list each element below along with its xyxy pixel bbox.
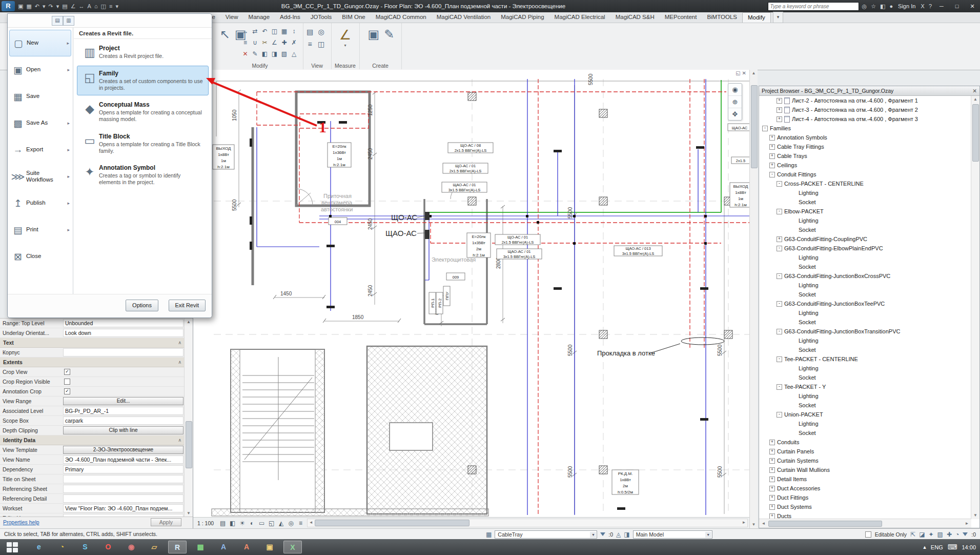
scroll-thumb[interactable] xyxy=(768,521,882,527)
browser-horizontal-scrollbar[interactable]: ◄ ► xyxy=(759,519,971,528)
expand-icon[interactable]: + xyxy=(769,458,775,464)
properties-section-extents[interactable]: Extents∧ xyxy=(0,358,185,367)
paint-icon[interactable]: ▧ xyxy=(279,48,289,60)
qat-undo-icon[interactable]: ↶ xyxy=(33,0,41,12)
apply-button[interactable]: Apply xyxy=(151,518,181,526)
scroll-thumb[interactable] xyxy=(751,85,758,168)
browser-item-lighting[interactable]: Lighting xyxy=(759,364,971,373)
properties-section-text[interactable]: Text∧ xyxy=(0,338,185,348)
qat-redo-dropdown-icon[interactable]: ▾ xyxy=(55,0,61,12)
communication-center-icon[interactable]: ◧ xyxy=(879,3,886,10)
array-icon[interactable]: ▦ xyxy=(279,26,289,37)
properties-scrollbar[interactable]: ▲ ▼ xyxy=(184,319,193,517)
flyout-item-project[interactable]: ▥ProjectCreates a Revit project file. xyxy=(77,41,209,64)
project-browser-close-icon[interactable]: ✕ xyxy=(972,88,977,95)
browser-item-cross-packet-centerline[interactable]: -Cross-PACKET - CENTERLINE xyxy=(759,179,971,188)
browser-item-lighting[interactable]: Lighting xyxy=(759,419,971,428)
view-templates-icon[interactable]: ▤ xyxy=(305,26,315,37)
expand-icon[interactable]: + xyxy=(769,144,775,150)
qat-customize-qat-icon[interactable]: ▾ xyxy=(114,0,120,12)
browser-item-lighting[interactable]: Lighting xyxy=(759,188,971,197)
exclusions-icon[interactable]: ◬ xyxy=(616,531,621,538)
clock[interactable]: 14:00 xyxy=(962,544,976,550)
browser-item-cable-trays[interactable]: +Cable Trays xyxy=(759,151,971,161)
thin-lines-ribbon-icon[interactable]: ≡ xyxy=(305,38,315,50)
steering-wheel-icon[interactable]: ◉ xyxy=(728,84,742,96)
property-value-button[interactable]: Edit... xyxy=(63,397,183,405)
design-option-select[interactable]: Main Model▼ xyxy=(633,530,712,539)
reveal-hidden-icon[interactable]: ◎ xyxy=(286,520,296,527)
design-options-status-icon[interactable]: ◨ xyxy=(624,531,629,538)
browser-item-conduits[interactable]: +Conduits xyxy=(759,438,971,447)
browser-item-g63-conduitfitting-junctionboxcrosspvc[interactable]: -G63-ConduitFitting-JunctionBoxCrossPVC xyxy=(759,271,971,281)
selection-filter-icon[interactable] xyxy=(963,532,968,536)
scroll-right-icon[interactable]: ► xyxy=(964,520,970,527)
browser-item-annotation-symbols[interactable]: +Annotation Symbols xyxy=(759,133,971,142)
navigation-bar[interactable]: ◉ ⊕ ✥ xyxy=(728,83,742,121)
expand-icon[interactable]: + xyxy=(769,504,775,510)
browser-item-tee-packet-centerline[interactable]: -Tee-PACKET - CENTERLINE xyxy=(759,354,971,364)
flyout-item-annotation-symbol[interactable]: ✦Annotation SymbolCreates a tag or symbo… xyxy=(77,160,209,190)
browser-item-lighting[interactable]: Lighting xyxy=(759,253,971,262)
taskbar-ie[interactable]: e xyxy=(30,541,48,553)
taskbar-a360[interactable]: A xyxy=(214,541,233,553)
expand-icon[interactable]: + xyxy=(777,98,782,104)
expand-icon[interactable]: + xyxy=(769,486,775,491)
mirror-icon[interactable]: ◫ xyxy=(270,26,279,37)
collapse-icon[interactable]: - xyxy=(762,126,768,131)
taskbar-media-player[interactable]: ◉ xyxy=(122,541,140,553)
join-geometry-icon[interactable]: ◨ xyxy=(270,48,279,60)
detail-level-icon[interactable]: ▤ xyxy=(218,520,228,527)
ribbon-tab-mepcontent[interactable]: MEPcontent xyxy=(660,12,702,23)
scroll-down-icon[interactable]: ▼ xyxy=(971,512,979,519)
scroll-down-icon[interactable]: ▼ xyxy=(750,521,758,528)
browser-item-socket[interactable]: Socket xyxy=(759,225,971,234)
qat-3d-view-icon[interactable]: ⌂ xyxy=(93,0,99,12)
canvas-vertical-scrollbar[interactable]: ▲ ▼ xyxy=(749,70,758,528)
menu-item-suite-workflows[interactable]: ⋙Suite Workflows▸ xyxy=(9,163,71,190)
browser-item-лист-3-автостоянка-на-отм-4-600-фрагмент-2[interactable]: +Лист-3 - Автостоянка на отм.-4.600 , Фр… xyxy=(759,105,971,114)
qat-print-icon[interactable]: ▤ xyxy=(60,0,69,12)
checkbox[interactable]: ✓ xyxy=(64,388,70,394)
property-value[interactable]: Primary xyxy=(63,465,183,473)
pan-icon[interactable]: ✥ xyxy=(728,108,742,120)
select-arrow-icon[interactable]: ↖ xyxy=(220,27,230,42)
cut-geometry-icon[interactable]: ◧ xyxy=(260,48,270,60)
collapse-icon[interactable]: - xyxy=(777,412,782,418)
scroll-right-icon[interactable]: ► xyxy=(741,519,747,526)
property-value[interactable]: ЭО -4.600_План подземной части - Элек... xyxy=(63,455,183,464)
expand-icon[interactable]: + xyxy=(769,477,775,482)
select-pinned-icon[interactable]: ✦ xyxy=(929,531,934,538)
browser-item-lighting[interactable]: Lighting xyxy=(759,281,971,290)
drag-on-selection-icon[interactable]: ✚ xyxy=(947,531,952,538)
move-icon[interactable]: ↔ xyxy=(240,26,250,37)
property-value[interactable] xyxy=(63,348,183,356)
flyout-item-conceptual-mass[interactable]: ◆Conceptual MassOpens a template for cre… xyxy=(77,97,209,127)
qat-save-icon[interactable]: ▦ xyxy=(25,0,33,12)
expand-icon[interactable]: + xyxy=(769,495,775,501)
property-value[interactable]: View "Floor Plan: ЭО -4.600_План подзем.… xyxy=(63,504,183,512)
ribbon-tab-bimtools[interactable]: BiMTOOLS xyxy=(702,12,742,23)
scroll-left-icon[interactable]: ◄ xyxy=(760,520,767,527)
menu-item-print[interactable]: ▤Print▸ xyxy=(9,216,71,243)
sign-in-button[interactable]: Sign In xyxy=(896,3,917,9)
qat-undo-dropdown-icon[interactable]: ▾ xyxy=(41,0,47,12)
select-by-face-icon[interactable]: ▧ xyxy=(937,531,943,538)
browser-item-лист-4-автостоянка-на-отм-4-600-фрагмент-3[interactable]: +Лист-4 - Автостоянка на отм.-4.600 , Фр… xyxy=(759,114,971,124)
browser-item-lighting[interactable]: Lighting xyxy=(759,308,971,318)
close-view-icon[interactable]: ✕ xyxy=(742,70,748,76)
collapse-icon[interactable]: - xyxy=(777,384,782,390)
pin-icon[interactable]: ✚ xyxy=(279,37,289,48)
crop-region-icon[interactable]: ◱ xyxy=(267,520,276,527)
menu-item-publish[interactable]: ↥Publish▸ xyxy=(9,190,71,216)
browser-item-duct-fittings[interactable]: +Duct Fittings xyxy=(759,493,971,502)
qat-thin-lines-icon[interactable]: ≡ xyxy=(108,0,114,12)
browser-item-tee-packet-y[interactable]: -Tee-PACKET - Y xyxy=(759,382,971,391)
demolish-icon[interactable]: △ xyxy=(289,48,299,60)
browser-item-socket[interactable]: Socket xyxy=(759,345,971,354)
property-value[interactable]: carpark xyxy=(63,417,183,425)
browser-vertical-scrollbar[interactable]: ▲ ▼ xyxy=(971,96,979,519)
browser-item-union-packet[interactable]: -Union-PACKET xyxy=(759,410,971,419)
taskbar-revit[interactable]: R xyxy=(168,541,187,553)
copy-icon[interactable]: ⇄ xyxy=(250,26,260,37)
